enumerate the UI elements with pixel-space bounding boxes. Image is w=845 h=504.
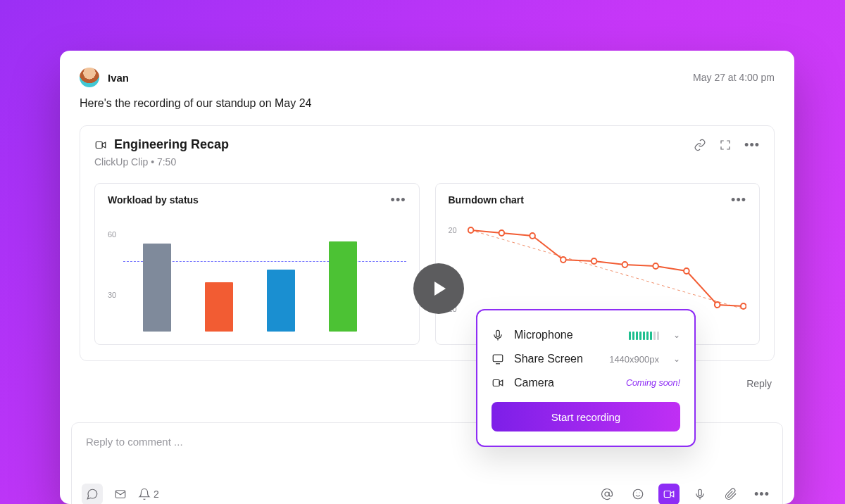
svg-point-14: [633, 489, 643, 499]
svg-point-2: [468, 227, 473, 233]
more-icon: •••: [754, 488, 770, 500]
clip-meta: ClickUp Clip • 7:50: [94, 156, 760, 168]
link-icon[interactable]: [694, 139, 706, 151]
start-recording-button[interactable]: Start recording: [492, 402, 680, 431]
chat-icon: [86, 488, 99, 500]
emoji-button[interactable]: [627, 484, 649, 504]
more-icon[interactable]: •••: [744, 139, 760, 151]
more-button[interactable]: •••: [751, 484, 772, 504]
svg-point-9: [684, 268, 689, 274]
notif-count: 2: [154, 489, 159, 500]
paperclip-icon: [725, 488, 737, 500]
chart-title: Burndown chart: [449, 194, 524, 206]
share-screen-row[interactable]: Share Screen 1440x900px ⌄: [492, 347, 680, 371]
svg-point-6: [591, 258, 596, 264]
mic-level: [629, 330, 659, 340]
bar-area: 60 30: [108, 219, 406, 332]
svg-rect-0: [96, 141, 102, 148]
record-popover: Microphone ⌄ Share Screen 1440x900px ⌄ C…: [476, 309, 696, 447]
notification-count[interactable]: 2: [138, 488, 159, 500]
reply-link[interactable]: Reply: [746, 378, 772, 389]
author-name[interactable]: Ivan: [108, 72, 129, 84]
play-button[interactable]: [413, 263, 464, 314]
svg-point-13: [605, 492, 609, 496]
svg-rect-17: [664, 491, 670, 498]
attach-button[interactable]: [720, 484, 741, 504]
workload-chart: Workload by status ••• 60 30: [94, 183, 420, 345]
bar: [267, 270, 295, 332]
comment-body: Here's the recording of our standup on M…: [80, 97, 775, 110]
emoji-icon: [632, 488, 644, 500]
voice-button[interactable]: [689, 484, 711, 504]
composer-toolbar: 2 •••: [82, 484, 772, 504]
bar: [205, 282, 233, 332]
svg-marker-26: [499, 380, 503, 386]
bar: [143, 244, 171, 332]
svg-marker-18: [670, 491, 674, 497]
video-icon: [492, 377, 504, 389]
chevron-down-icon[interactable]: ⌄: [673, 330, 680, 340]
video-icon: [663, 488, 675, 500]
camera-label: Camera: [514, 377, 616, 389]
svg-rect-23: [493, 355, 503, 362]
svg-point-5: [561, 257, 566, 263]
mic-icon: [492, 329, 504, 341]
screen-resolution: 1440x900px: [609, 354, 659, 365]
video-icon: [94, 139, 107, 151]
record-clip-button[interactable]: [658, 484, 680, 504]
mail-icon: [114, 488, 127, 500]
bar: [329, 241, 357, 332]
more-icon[interactable]: •••: [731, 194, 746, 206]
play-icon: [434, 282, 446, 296]
mention-icon: [601, 488, 613, 500]
coming-soon-label: Coming soon!: [626, 378, 680, 388]
clip-header: Engineering Recap •••: [94, 137, 760, 152]
bars: [143, 219, 399, 332]
bell-icon: [138, 488, 151, 500]
svg-point-3: [499, 230, 504, 236]
clip-source: ClickUp Clip: [94, 156, 148, 168]
mic-label: Microphone: [514, 329, 619, 341]
svg-point-11: [740, 303, 746, 309]
comment-header: Ivan May 27 at 4:00 pm: [80, 68, 775, 87]
camera-row: Camera Coming soon!: [492, 371, 680, 395]
svg-point-4: [530, 233, 535, 239]
email-mode-button[interactable]: [110, 484, 131, 504]
y-axis-label: 30: [108, 291, 116, 299]
svg-rect-21: [496, 330, 500, 336]
mention-button[interactable]: [596, 484, 618, 504]
clip-title[interactable]: Engineering Recap: [114, 137, 229, 152]
expand-icon[interactable]: [719, 139, 732, 151]
svg-point-8: [653, 263, 658, 269]
comment-timestamp: May 27 at 4:00 pm: [693, 72, 775, 83]
svg-rect-19: [699, 489, 702, 496]
svg-rect-25: [493, 380, 499, 386]
svg-marker-1: [102, 142, 106, 148]
screen-icon: [492, 353, 504, 365]
clip-actions: •••: [694, 139, 760, 151]
microphone-row[interactable]: Microphone ⌄: [492, 323, 680, 347]
svg-point-10: [714, 302, 720, 308]
avatar[interactable]: [80, 68, 99, 87]
chevron-down-icon[interactable]: ⌄: [673, 354, 680, 364]
y-axis-label: 60: [108, 230, 116, 239]
svg-rect-12: [115, 491, 125, 498]
chart-title: Workload by status: [108, 194, 199, 206]
clip-duration: 7:50: [157, 156, 176, 168]
comment-mode-button[interactable]: [82, 484, 103, 504]
svg-point-7: [622, 262, 627, 267]
screen-label: Share Screen: [514, 353, 599, 365]
app-window: Ivan May 27 at 4:00 pm Here's the record…: [60, 51, 794, 504]
y-axis-label: 20: [449, 226, 457, 234]
mic-icon: [694, 488, 706, 500]
more-icon[interactable]: •••: [391, 194, 406, 206]
